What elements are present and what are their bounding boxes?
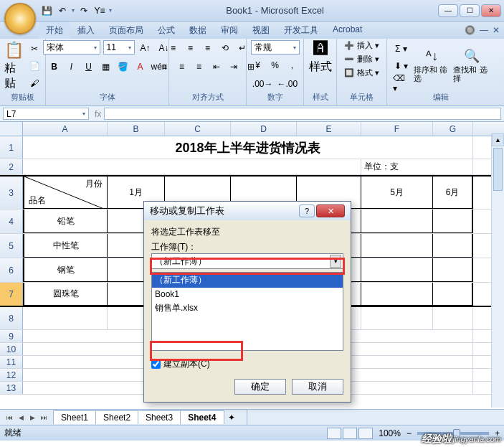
tab-data[interactable]: 数据 xyxy=(182,22,214,39)
cell-item-2[interactable]: 中性笔 xyxy=(23,234,108,258)
cell-month-6[interactable]: 6月 xyxy=(433,177,473,209)
fill-icon[interactable]: ⬇ ▾ xyxy=(391,58,411,74)
row-header-10[interactable]: 10 xyxy=(0,343,23,355)
close-button[interactable]: ✕ xyxy=(481,4,501,17)
sheet-tab-1[interactable]: Sheet1 xyxy=(53,410,96,424)
cells-format-button[interactable]: 🔲 格式 ▾ xyxy=(344,67,379,78)
combo-dropdown-icon[interactable]: ▾ xyxy=(330,255,341,268)
sort-filter-icon[interactable]: ᴬ↓ xyxy=(426,50,438,64)
increase-decimal-icon[interactable]: .00→ xyxy=(251,76,275,92)
before-sheet-listbox[interactable]: （新工作薄） Book1 销售单.xlsx xyxy=(151,272,343,351)
align-top-icon[interactable]: ≡ xyxy=(166,40,181,56)
cell[interactable] xyxy=(361,307,433,329)
cell[interactable] xyxy=(23,307,108,329)
horizontal-scrollbar[interactable] xyxy=(247,410,505,425)
tab-insert[interactable]: 插入 xyxy=(70,22,102,39)
styles-button[interactable]: 样式 xyxy=(309,60,332,75)
row-header-2[interactable]: 2 xyxy=(0,159,23,174)
office-button[interactable] xyxy=(4,3,36,34)
vertical-scrollbar[interactable]: ▲ xyxy=(491,133,504,408)
col-header-e[interactable]: E xyxy=(297,122,361,136)
ok-button[interactable]: 确定 xyxy=(234,379,286,395)
font-name-combo[interactable]: 宋体▾ xyxy=(43,40,100,55)
redo-icon[interactable]: ↷ xyxy=(77,4,90,17)
sort-filter-button[interactable]: 排序和 筛选 xyxy=(414,65,451,83)
ribbon-minimize-icon[interactable]: — xyxy=(480,25,488,35)
dialog-title-bar[interactable]: 移动或复制工作表 ? ✕ xyxy=(144,202,351,220)
col-header-f[interactable]: F xyxy=(361,122,433,136)
table-cell[interactable] xyxy=(433,234,473,258)
sheet-tab-4[interactable]: Sheet4 xyxy=(180,410,224,424)
indent-increase-icon[interactable]: ⇥ xyxy=(226,59,242,75)
row-header-3[interactable]: 3 xyxy=(0,177,23,209)
table-cell[interactable] xyxy=(361,283,433,306)
align-center-icon[interactable]: ≡ xyxy=(174,59,190,75)
cell-item-1[interactable]: 铅笔 xyxy=(23,210,108,233)
tab-page-layout[interactable]: 页面布局 xyxy=(102,22,151,39)
increase-font-icon[interactable]: A↑ xyxy=(138,40,153,56)
table-cell[interactable] xyxy=(361,234,433,258)
tab-home[interactable]: 开始 xyxy=(39,22,70,39)
table-cell[interactable] xyxy=(361,210,433,233)
cell-item-3[interactable]: 钢笔 xyxy=(23,258,108,282)
tab-view[interactable]: 视图 xyxy=(245,22,277,39)
paste-icon[interactable]: 📋 xyxy=(4,41,24,60)
format-painter-icon[interactable]: 🖌 xyxy=(27,75,42,91)
cell-diagonal-header[interactable]: 月份 品名 xyxy=(23,177,108,209)
bold-button[interactable]: B xyxy=(47,59,62,75)
align-middle-icon[interactable]: ≡ xyxy=(183,40,199,56)
dialog-help-icon[interactable]: ? xyxy=(299,204,315,217)
row-header-6[interactable]: 6 xyxy=(0,258,23,282)
clear-icon[interactable]: ⌫ ▾ xyxy=(391,75,411,91)
view-page-break-icon[interactable] xyxy=(358,428,373,439)
sheet-nav-prev-icon[interactable]: ◀ xyxy=(16,413,26,423)
view-page-layout-icon[interactable] xyxy=(343,428,357,439)
cell-empty-r2[interactable] xyxy=(23,159,361,174)
qat-more-icon[interactable]: Y≡ xyxy=(93,4,106,17)
tab-developer[interactable]: 开发工具 xyxy=(277,22,325,39)
table-cell[interactable] xyxy=(433,283,473,306)
tab-formula[interactable]: 公式 xyxy=(151,22,182,39)
sheet-nav-last-icon[interactable]: ⏭ xyxy=(39,413,49,423)
list-item[interactable]: （新工作薄） xyxy=(152,273,343,288)
table-cell[interactable] xyxy=(433,258,473,282)
styles-icon[interactable]: 🅰 xyxy=(313,40,328,57)
undo-icon[interactable]: ↶ xyxy=(56,4,69,17)
row-header-11[interactable]: 11 xyxy=(0,356,23,368)
align-bottom-icon[interactable]: ≡ xyxy=(200,40,216,56)
comma-icon[interactable]: , xyxy=(285,57,300,73)
view-normal-icon[interactable] xyxy=(327,428,341,439)
minimize-button[interactable]: — xyxy=(438,4,458,17)
row-header-4[interactable]: 4 xyxy=(0,210,23,233)
underline-button[interactable]: U xyxy=(81,59,97,75)
row-header-12[interactable]: 12 xyxy=(0,369,23,381)
list-item[interactable]: Book1 xyxy=(152,288,343,301)
align-right-icon[interactable]: ≡ xyxy=(191,59,207,75)
cell-title[interactable]: 2018年上半年进货情况表 xyxy=(23,136,473,159)
select-all-corner[interactable] xyxy=(0,122,23,136)
copy-icon[interactable]: 📄 xyxy=(27,58,42,74)
maximize-button[interactable]: ☐ xyxy=(460,4,480,17)
border-icon[interactable]: ▦ xyxy=(98,59,114,75)
orientation-icon[interactable]: ⟲ xyxy=(217,40,233,56)
save-icon[interactable]: 💾 xyxy=(40,4,53,17)
row-header-7[interactable]: 7 xyxy=(0,283,23,306)
tab-acrobat[interactable]: Acrobat xyxy=(325,22,369,39)
col-header-c[interactable]: C xyxy=(165,122,231,136)
scroll-up-icon[interactable]: ▲ xyxy=(492,133,504,146)
cells-delete-button[interactable]: ➖ 删除 ▾ xyxy=(344,54,379,65)
cancel-button[interactable]: 取消 xyxy=(292,379,343,395)
tab-review[interactable]: 审阅 xyxy=(214,22,245,39)
cell[interactable] xyxy=(433,307,473,329)
col-header-a[interactable]: A xyxy=(23,122,108,136)
align-left-icon[interactable]: ≡ xyxy=(157,59,173,75)
cell-month-5[interactable]: 5月 xyxy=(361,177,433,209)
autosum-icon[interactable]: Σ ▾ xyxy=(391,41,411,57)
currency-icon[interactable]: ¥ xyxy=(250,57,266,73)
find-select-icon[interactable]: 🔍 xyxy=(464,50,480,64)
row-header-5[interactable]: 5 xyxy=(0,234,23,258)
sheet-nav-first-icon[interactable]: ⏮ xyxy=(4,413,14,423)
find-select-button[interactable]: 查找和 选择 xyxy=(453,65,490,83)
zoom-slider[interactable] xyxy=(417,432,489,435)
help-icon[interactable]: 🔘 xyxy=(465,25,475,35)
